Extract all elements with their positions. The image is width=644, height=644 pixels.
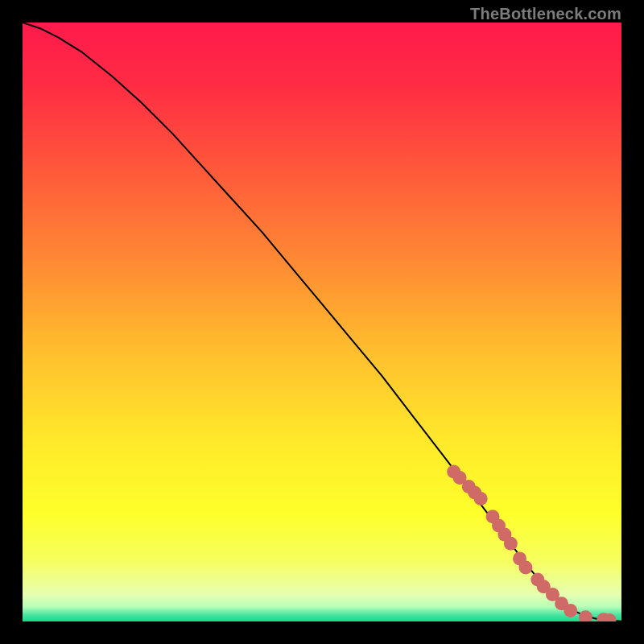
data-marker [474, 492, 488, 506]
watermark-text: TheBottleneck.com [470, 5, 621, 23]
chart-svg [23, 23, 621, 621]
data-marker [504, 537, 518, 551]
data-marker [564, 604, 577, 617]
plot-area [23, 23, 621, 621]
gradient-background [23, 23, 621, 621]
chart-frame: { "watermark": "TheBottleneck.com", "plo… [0, 0, 644, 644]
data-marker [518, 561, 532, 575]
